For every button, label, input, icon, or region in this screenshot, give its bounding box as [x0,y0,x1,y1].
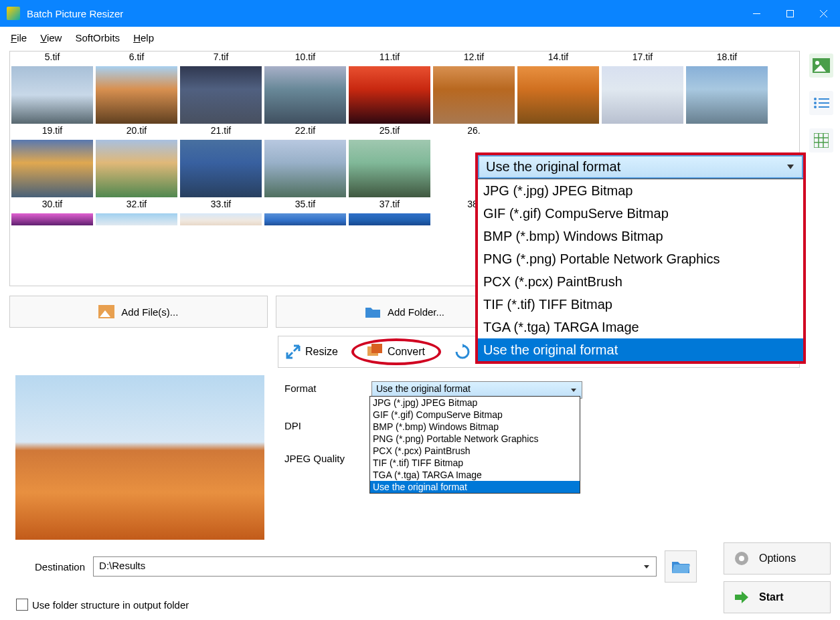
tab-label: Convert [388,346,425,358]
thumbnail[interactable]: 32.tif [94,199,179,227]
dropdown-option[interactable]: TIF (*.tif) TIFF Bitmap [478,293,803,316]
convert-icon [367,344,384,360]
destination-label: Destination [35,561,85,573]
resize-icon [285,344,301,360]
thumbnail-label: 7.tif [179,51,263,65]
button-label: Add File(s)... [121,306,178,318]
play-icon [734,589,750,605]
svg-rect-23 [371,344,382,353]
thumbnail[interactable]: 30.tif [10,199,94,227]
tool-grid-icon[interactable] [809,128,833,152]
browse-button[interactable] [665,550,697,583]
thumbnail[interactable]: 35.tif [263,199,347,227]
svg-point-8 [814,102,817,104]
minimize-button[interactable] [740,0,773,27]
preview-image [15,375,264,542]
enlarged-format-dropdown: Use the original format JPG (*.jpg) JPEG… [475,152,806,364]
thumbnail-label: 21.tif [179,125,263,138]
thumbnail[interactable]: 37.tif [347,199,432,227]
menu-view[interactable]: View [35,29,67,46]
options-button[interactable]: Options [724,542,831,575]
thumbnail-label: 30.tif [10,199,94,212]
menu-help[interactable]: Help [128,29,159,46]
thumbnail[interactable]: 17.tif [600,51,685,125]
rotate-icon [454,344,471,360]
thumbnail-label: 20.tif [94,125,179,138]
thumbnail-label: 17.tif [600,51,685,65]
folder-open-icon [671,559,690,574]
side-toolbar [807,54,836,152]
thumbnail-label: 6.tif [94,51,179,65]
format-dropdown-list[interactable]: JPG (*.jpg) JPEG Bitmap GIF (*.gif) Comp… [369,396,580,494]
thumbnail[interactable]: 25.tif [347,125,432,199]
button-label: Options [759,552,796,564]
thumbnail[interactable]: 6.tif [94,51,179,125]
dropdown-option[interactable]: PCX (*.pcx) PaintBrush [478,270,803,293]
svg-rect-1 [786,10,793,17]
folder-structure-checkbox[interactable] [16,599,28,611]
gear-icon [734,550,750,566]
thumbnail-label: 11.tif [347,51,432,65]
tool-list-icon[interactable] [809,91,833,115]
thumbnail-label: 10.tif [263,51,347,65]
dropdown-option[interactable]: GIF (*.gif) CompuServe Bitmap [370,409,580,421]
dropdown-option[interactable]: GIF (*.gif) CompuServe Bitmap [478,202,803,225]
thumbnail[interactable]: 10.tif [263,51,347,125]
dpi-label: DPI [284,419,371,431]
thumbnail[interactable]: 20.tif [94,125,179,199]
thumbnail[interactable]: 19.tif [10,125,94,199]
tab-label: Resize [305,346,338,358]
start-button[interactable]: Start [724,581,831,613]
format-label: Format [284,381,371,394]
svg-point-26 [739,556,744,561]
tab-resize[interactable]: Resize [285,344,338,360]
maximize-button[interactable] [773,0,807,27]
thumbnail-label: 26. [432,125,516,138]
titlebar: Batch Picture Resizer [0,0,840,27]
svg-point-9 [814,106,817,108]
thumbnail[interactable]: 14.tif [516,51,600,125]
tool-image-icon[interactable] [809,54,833,78]
thumbnail-label: 32.tif [94,199,179,212]
menu-softorbits[interactable]: SoftOrbits [70,29,125,46]
thumbnail[interactable]: 33.tif [179,199,263,227]
file-icon [98,305,114,318]
app-icon [7,7,20,20]
thumbnail[interactable]: 21.tif [179,125,263,199]
dropdown-option[interactable]: JPG (*.jpg) JPEG Bitmap [478,179,803,202]
window-title: Batch Picture Resizer [27,8,740,19]
thumbnail[interactable]: 11.tif [347,51,432,125]
menu-file[interactable]: File [5,29,32,46]
thumbnail[interactable]: 7.tif [179,51,263,125]
thumbnail-label: 19.tif [10,125,94,138]
dropdown-option[interactable]: BMP (*.bmp) Windows Bitmap [370,421,580,433]
thumbnail[interactable]: 12.tif [432,51,516,125]
tab-convert[interactable]: Convert [351,338,441,365]
thumbnail-label: 25.tif [347,125,432,138]
dropdown-option[interactable]: JPG (*.jpg) JPEG Bitmap [370,397,580,409]
dropdown-option-selected[interactable]: Use the original format [478,338,803,361]
thumbnail-label: 14.tif [516,51,600,65]
folder-icon [365,305,381,318]
dropdown-option[interactable]: PNG (*.png) Portable Network Graphics [370,433,580,445]
thumbnail-label: 22.tif [263,125,347,138]
dropdown-option[interactable]: PNG (*.png) Portable Network Graphics [478,247,803,270]
thumbnail-label: 33.tif [179,199,263,212]
destination-input[interactable]: D:\Results [93,556,657,577]
add-files-button[interactable]: Add File(s)... [9,296,268,328]
close-button[interactable] [807,0,840,27]
thumbnail-label: 35.tif [263,199,347,212]
dropdown-option[interactable]: PCX (*.pcx) PaintBrush [370,445,580,457]
thumbnail[interactable]: 22.tif [263,125,347,199]
dropdown-option[interactable]: BMP (*.bmp) Windows Bitmap [478,225,803,247]
dropdown-option-selected[interactable]: Use the original format [370,481,580,493]
thumbnail[interactable]: 5.tif [10,51,94,125]
enlarged-format-select[interactable]: Use the original format [478,155,803,179]
thumbnail[interactable]: 18.tif [685,51,769,125]
svg-point-5 [815,61,819,65]
svg-point-7 [814,98,817,100]
dropdown-option[interactable]: TGA (*.tga) TARGA Image [370,469,580,481]
dropdown-option[interactable]: TIF (*.tif) TIFF Bitmap [370,457,580,469]
thumbnail-label: 18.tif [685,51,769,65]
dropdown-option[interactable]: TGA (*.tga) TARGA Image [478,316,803,338]
